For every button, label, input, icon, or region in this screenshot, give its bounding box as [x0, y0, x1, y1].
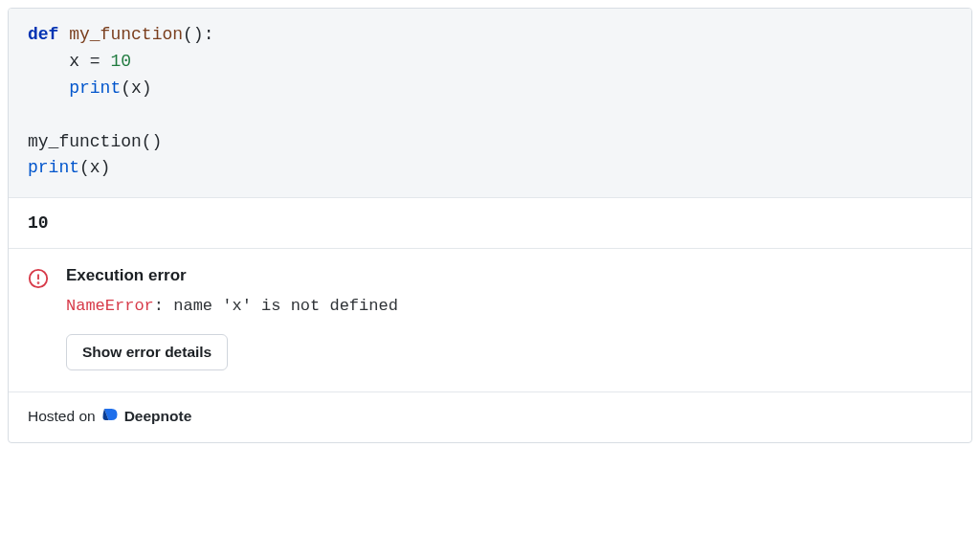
error-type: NameError — [66, 297, 154, 315]
hosted-on-footer[interactable]: Hosted on Deepnote — [9, 392, 971, 442]
code-token: print — [69, 78, 121, 98]
code-token: (x) — [121, 78, 151, 98]
error-content: Execution error NameError: name 'x' is n… — [66, 266, 952, 370]
error-panel: Execution error NameError: name 'x' is n… — [9, 249, 971, 392]
code-token: print — [28, 158, 79, 177]
code-input[interactable]: def my_function(): x = 10 print(x) my_fu… — [9, 9, 971, 198]
code-token: x = — [28, 52, 110, 71]
footer-brand: Deepnote — [124, 408, 192, 425]
error-text: name 'x' is not defined — [173, 297, 398, 315]
footer-prefix: Hosted on — [28, 408, 96, 425]
error-message: NameError: name 'x' is not defined — [66, 297, 952, 315]
error-title: Execution error — [66, 266, 952, 285]
code-token: (x) — [79, 158, 110, 177]
error-sep: : — [154, 297, 173, 315]
code-token: def — [28, 25, 58, 44]
code-token: 10 — [110, 52, 131, 71]
show-error-details-button[interactable]: Show error details — [66, 334, 228, 370]
code-token — [58, 25, 69, 44]
code-token: (): — [183, 25, 213, 44]
stdout-output: 10 — [9, 198, 971, 249]
deepnote-logo-icon — [101, 406, 119, 427]
svg-point-2 — [38, 282, 39, 283]
error-icon — [28, 266, 49, 293]
notebook-cell: def my_function(): x = 10 print(x) my_fu… — [8, 8, 972, 443]
code-token — [28, 78, 69, 98]
code-token: my_function() — [28, 132, 162, 151]
code-token: my_function — [69, 25, 183, 44]
